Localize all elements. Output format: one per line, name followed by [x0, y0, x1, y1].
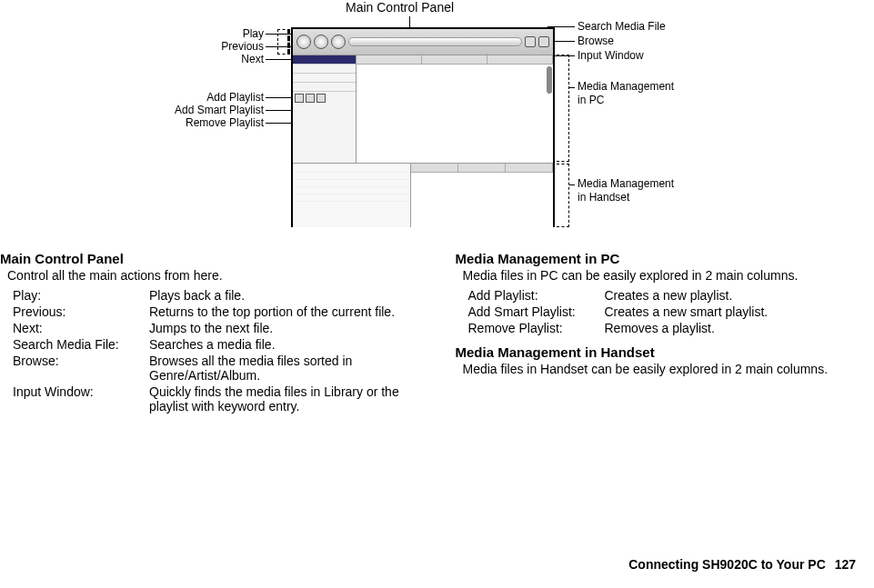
description-columns: Main Control Panel Control all the main … — [0, 245, 874, 415]
definition-desc: Creates a new smart playlist. — [605, 304, 875, 319]
definition-desc: Plays back a file. — [149, 288, 419, 303]
browse-icon — [538, 36, 549, 47]
handset-list — [411, 164, 553, 227]
definition-desc: Searches a media file. — [149, 337, 419, 352]
definition-term: Browse: — [13, 354, 149, 383]
footer-text: Connecting SH9020C to Your PC — [628, 557, 826, 572]
definition-row: Add Playlist: Creates a new playlist. — [468, 288, 875, 303]
previous-button-icon — [314, 35, 328, 49]
sidebar-row — [293, 74, 356, 83]
tree-row — [295, 165, 408, 173]
label-remove-playlist: Remove Playlist — [136, 116, 264, 129]
definition-desc: Returns to the top portion of the curren… — [149, 304, 419, 319]
section-subtitle: Control all the main actions from here. — [7, 268, 419, 283]
leader-line — [569, 87, 575, 88]
sidebar-row — [293, 55, 356, 65]
app-body-pc — [293, 55, 553, 164]
label-next: Next — [182, 53, 264, 65]
bracket-main-control — [277, 29, 290, 55]
label-add-smart-playlist: Add Smart Playlist — [136, 104, 264, 116]
bracket-handset — [557, 164, 569, 227]
search-icon — [525, 36, 536, 47]
tree-row — [295, 187, 408, 194]
header-col — [458, 164, 506, 172]
app-window-mock — [291, 27, 555, 227]
sidebar-row — [293, 65, 356, 74]
label-media-mgmt-pc-1: Media Management — [578, 80, 674, 93]
label-search-media-file: Search Media File — [578, 20, 666, 33]
definition-row: Input Window: Quickly finds the media fi… — [13, 384, 419, 414]
section-subtitle: Media files in PC can be easily explored… — [463, 268, 875, 283]
label-browse: Browse — [578, 35, 614, 47]
definition-row: Browse: Browses all the media files sort… — [13, 354, 419, 383]
app-body-handset — [293, 164, 553, 227]
play-button-icon — [296, 35, 311, 49]
tree-row — [295, 173, 408, 180]
add-playlist-icon — [295, 94, 304, 103]
header-col — [411, 164, 458, 172]
list-header — [411, 164, 553, 173]
scrollbar-thumb — [547, 66, 552, 94]
definition-term: Previous: — [13, 304, 149, 319]
next-button-icon — [331, 35, 346, 49]
leader-line — [569, 184, 575, 185]
page-number: 127 — [835, 557, 856, 572]
definition-desc: Browses all the media files sorted in Ge… — [149, 354, 419, 383]
definition-row: Add Smart Playlist: Creates a new smart … — [468, 304, 875, 319]
definition-term: Remove Playlist: — [468, 321, 605, 335]
label-media-mgmt-hs-2: in Handset — [578, 191, 629, 204]
tree-row — [295, 180, 408, 187]
definition-term: Input Window: — [13, 384, 149, 414]
app-toolbar — [293, 29, 553, 55]
add-smart-playlist-icon — [306, 94, 315, 103]
tree-row — [295, 194, 408, 202]
section-title: Media Management in Handset — [456, 344, 875, 360]
definition-desc: Jumps to the next file. — [149, 321, 419, 335]
header-col — [487, 55, 553, 64]
definition-list: Play: Plays back a file. Previous: Retur… — [13, 288, 419, 414]
definition-row: Remove Playlist: Removes a playlist. — [468, 321, 875, 335]
leader-line — [409, 16, 410, 27]
handset-tree — [293, 164, 411, 227]
sidebar — [293, 55, 357, 163]
label-add-playlist: Add Playlist — [136, 91, 264, 104]
label-previous: Previous — [182, 40, 264, 53]
definition-desc: Creates a new playlist. — [605, 288, 875, 303]
header-col — [506, 164, 553, 172]
definition-row: Search Media File: Searches a media file… — [13, 337, 419, 352]
label-media-mgmt-pc-2: in PC — [578, 94, 604, 106]
remove-playlist-icon — [316, 94, 326, 103]
definition-term: Add Playlist: — [468, 288, 605, 303]
definition-term: Play: — [13, 288, 149, 303]
definition-desc: Removes a playlist. — [605, 321, 875, 335]
section-title: Main Control Panel — [0, 251, 419, 266]
progress-bar — [348, 37, 522, 46]
definition-term: Search Media File: — [13, 337, 149, 352]
definition-row: Play: Plays back a file. — [13, 288, 419, 303]
definition-list: Add Playlist: Creates a new playlist. Ad… — [468, 288, 875, 335]
label-media-mgmt-hs-1: Media Management — [578, 177, 674, 190]
list-header — [357, 55, 553, 65]
header-col — [422, 55, 487, 64]
page-footer: Connecting SH9020C to Your PC 127 — [628, 557, 856, 572]
left-column: Main Control Panel Control all the main … — [0, 245, 419, 415]
definition-term: Add Smart Playlist: — [468, 304, 605, 319]
definition-row: Previous: Returns to the top portion of … — [13, 304, 419, 319]
section-subtitle: Media files in Handset can be easily exp… — [463, 362, 875, 376]
annotated-diagram: Main Control Panel Play Previous Next Ad… — [0, 0, 874, 236]
sidebar-row — [293, 83, 356, 92]
section-title: Media Management in PC — [456, 251, 875, 266]
label-input-window: Input Window — [578, 49, 644, 62]
definition-desc: Quickly finds the media files in Library… — [149, 384, 419, 414]
label-play: Play — [182, 27, 264, 40]
right-column: Media Management in PC Media files in PC… — [456, 245, 875, 415]
definition-row: Next: Jumps to the next file. — [13, 321, 419, 335]
definition-term: Next: — [13, 321, 149, 335]
sidebar-icons — [293, 92, 356, 105]
diagram-title: Main Control Panel — [346, 0, 454, 15]
header-col — [357, 55, 422, 64]
bracket-pc — [557, 55, 569, 162]
main-list — [357, 55, 553, 163]
